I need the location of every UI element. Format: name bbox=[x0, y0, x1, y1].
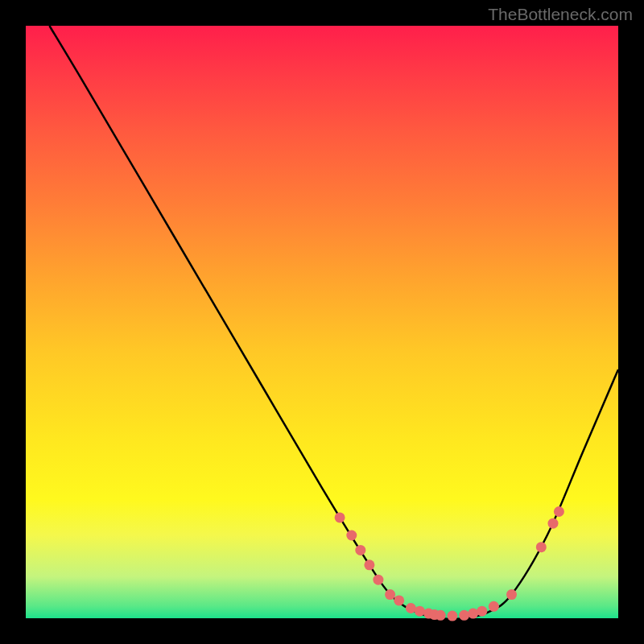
curve-marker bbox=[489, 601, 499, 612]
curve-marker bbox=[548, 518, 559, 529]
curve-marker bbox=[385, 589, 395, 600]
chart-plot-area bbox=[26, 26, 618, 618]
curve-marker bbox=[447, 611, 457, 621]
curve-marker bbox=[477, 606, 487, 617]
curve-marker bbox=[394, 595, 404, 605]
curve-marker bbox=[335, 512, 345, 522]
curve-marker bbox=[536, 542, 547, 552]
curve-marker bbox=[415, 606, 425, 617]
watermark-text: TheBottleneck.com bbox=[488, 5, 633, 24]
curve-marker bbox=[468, 609, 478, 619]
curve-markers bbox=[335, 506, 564, 621]
curve-marker bbox=[364, 559, 374, 570]
chart-svg bbox=[26, 26, 618, 618]
curve-marker bbox=[554, 506, 564, 517]
curve-marker bbox=[373, 575, 383, 585]
curve-marker bbox=[355, 545, 365, 555]
curve-marker bbox=[459, 610, 469, 621]
curve-marker bbox=[406, 603, 416, 613]
curve-marker bbox=[506, 589, 517, 600]
bottleneck-curve bbox=[49, 26, 618, 619]
curve-marker bbox=[436, 610, 446, 621]
curve-marker bbox=[346, 530, 357, 541]
